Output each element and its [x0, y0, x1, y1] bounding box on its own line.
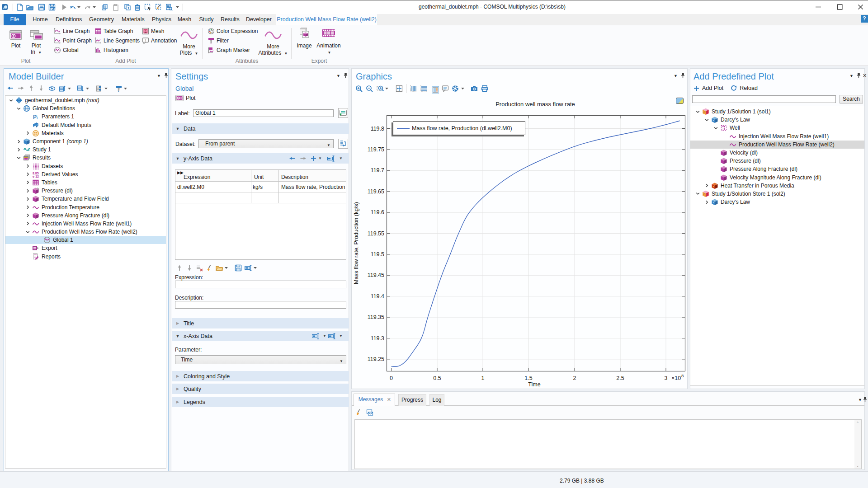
svg-text:×10: ×10: [671, 375, 681, 381]
svg-text:8: 8: [681, 373, 684, 378]
svg-text:119.65: 119.65: [368, 188, 384, 195]
svg-text:119.3: 119.3: [371, 335, 384, 342]
svg-text:2.5: 2.5: [616, 375, 624, 381]
svg-text:119.25: 119.25: [368, 356, 384, 362]
svg-text:T: T: [144, 38, 146, 42]
svg-text:8.85: 8.85: [33, 171, 39, 174]
svg-text:0.5: 0.5: [433, 375, 441, 381]
svg-text:119.4: 119.4: [371, 293, 384, 300]
svg-text:1.5: 1.5: [524, 375, 532, 381]
svg-text:119.5: 119.5: [371, 251, 384, 258]
svg-text:119.55: 119.55: [368, 230, 384, 237]
svg-text:119.8: 119.8: [371, 126, 384, 132]
svg-text:Mass flow rate, Production (kg: Mass flow rate, Production (kg/s): [353, 202, 359, 284]
svg-text:119.6: 119.6: [371, 209, 384, 216]
svg-text:119.35: 119.35: [368, 314, 384, 320]
svg-text:119.45: 119.45: [368, 272, 384, 278]
svg-text:i: i: [37, 115, 38, 120]
svg-text:e-12: e-12: [33, 174, 39, 178]
svg-text:3: 3: [665, 375, 668, 381]
svg-text:119.7: 119.7: [371, 167, 384, 174]
svg-text:119.75: 119.75: [368, 146, 384, 153]
svg-text:Time: Time: [528, 381, 540, 388]
svg-text:1: 1: [481, 375, 485, 381]
svg-text:0: 0: [390, 375, 393, 381]
svg-text:P: P: [33, 114, 37, 120]
svg-text:2: 2: [573, 375, 576, 381]
